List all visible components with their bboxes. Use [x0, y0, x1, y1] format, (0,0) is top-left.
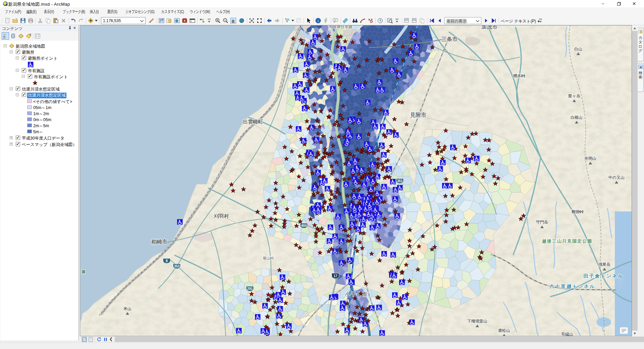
svg-text:351: 351 — [397, 179, 403, 183]
svg-text:404: 404 — [301, 224, 307, 228]
svg-text:楢木峠: 楢木峠 — [513, 73, 525, 78]
svg-text:291: 291 — [247, 287, 253, 291]
svg-text:唐松山: 唐松山 — [498, 328, 510, 333]
svg-text:毛猛山: 毛猛山 — [561, 332, 573, 336]
svg-text:六十里越トンネル: 六十里越トンネル — [549, 284, 595, 289]
svg-text:下権現堂山: 下権現堂山 — [467, 319, 487, 323]
svg-text:越後三山只見国定公園: 越後三山只見国定公園 — [542, 239, 592, 244]
svg-text:柏崎市: 柏崎市 — [151, 239, 167, 245]
svg-text:中の又山: 中の又山 — [608, 175, 625, 180]
svg-text:白根山: 白根山 — [571, 115, 583, 120]
svg-text:光明山: 光明山 — [584, 156, 596, 161]
svg-text:三条市: 三条市 — [441, 36, 458, 42]
svg-text:守門岳: 守門岳 — [536, 220, 548, 225]
svg-text:見附市: 見附市 — [410, 112, 426, 118]
svg-text:i: i — [318, 19, 319, 23]
svg-text:大河津分水路: 大河津分水路 — [328, 25, 353, 29]
svg-text:園: 園 — [82, 270, 86, 274]
svg-text:浅草岳: 浅草岳 — [598, 262, 610, 267]
svg-text:出雲崎町: 出雲崎町 — [243, 119, 263, 124]
svg-text:17: 17 — [333, 274, 337, 278]
svg-text:田子倉トンネル: 田子倉トンネル — [584, 273, 624, 279]
svg-text:加茂市: 加茂市 — [481, 25, 497, 30]
svg-text:栗ヶ岳: 栗ヶ岳 — [568, 94, 580, 98]
svg-text:353: 353 — [174, 264, 180, 268]
svg-text:塚山峠: 塚山峠 — [263, 256, 274, 260]
svg-text:鞍掛峠: 鞍掛峠 — [572, 209, 584, 214]
svg-text:刈羽村: 刈羽村 — [214, 213, 229, 219]
svg-text:小千谷市: 小千谷市 — [345, 291, 368, 297]
svg-text:白山: 白山 — [574, 47, 582, 51]
svg-text:8: 8 — [166, 259, 168, 263]
svg-text:米山: 米山 — [123, 306, 131, 311]
